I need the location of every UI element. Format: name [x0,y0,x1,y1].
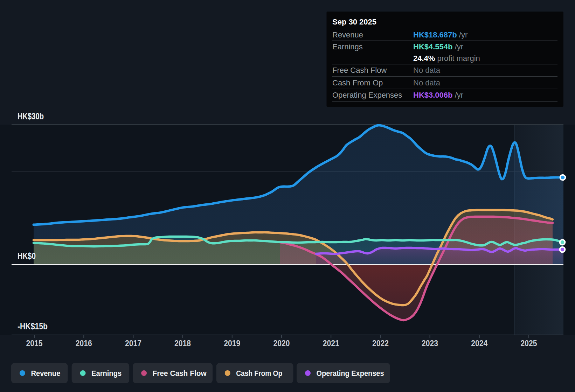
svg-text:HK$18.687b /yr: HK$18.687b /yr [413,30,467,39]
svg-text:2023: 2023 [422,338,438,348]
svg-text:Revenue: Revenue [31,369,60,378]
svg-text:2022: 2022 [372,338,389,348]
svg-text:Free Cash Flow: Free Cash Flow [153,369,207,378]
svg-text:Revenue: Revenue [332,30,363,39]
svg-text:2025: 2025 [521,338,537,348]
svg-text:HK$0: HK$0 [18,251,36,261]
svg-text:2021: 2021 [323,338,339,348]
svg-text:24.4% profit margin: 24.4% profit margin [413,54,480,63]
svg-text:No data: No data [413,66,441,75]
svg-text:2020: 2020 [273,338,290,348]
svg-text:2017: 2017 [125,338,141,348]
svg-text:HK$30b: HK$30b [18,111,44,121]
svg-text:2024: 2024 [471,338,488,348]
svg-text:Operating Expenses: Operating Expenses [332,91,402,99]
svg-text:Sep 30 2025: Sep 30 2025 [332,18,376,26]
svg-text:Cash From Op: Cash From Op [332,78,383,87]
svg-text:Operating Expenses: Operating Expenses [317,369,384,378]
svg-text:Cash From Op: Cash From Op [236,369,282,378]
svg-text:-HK$15b: -HK$15b [18,321,48,331]
svg-text:Free Cash Flow: Free Cash Flow [332,66,387,75]
svg-text:2019: 2019 [224,338,240,348]
svg-text:No data: No data [413,78,441,87]
svg-text:Earnings: Earnings [91,369,122,378]
svg-text:2016: 2016 [76,338,92,348]
svg-text:2015: 2015 [26,338,43,348]
svg-text:HK$4.554b /yr: HK$4.554b /yr [413,42,463,51]
svg-text:HK$3.006b /yr: HK$3.006b /yr [413,91,463,99]
svg-text:2018: 2018 [174,338,191,348]
svg-text:Earnings: Earnings [332,42,363,51]
